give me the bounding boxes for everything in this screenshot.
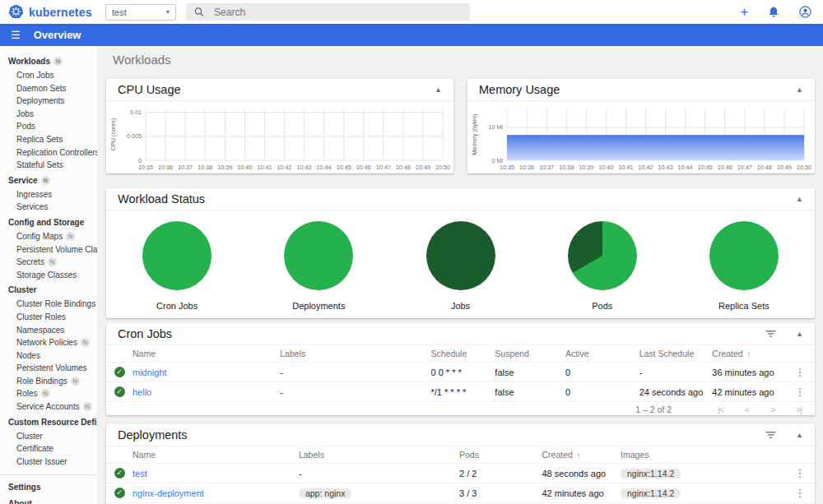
sidebar-item-network-policies[interactable]: Network PoliciesN — [0, 336, 97, 349]
pie-chart[interactable] — [284, 221, 353, 290]
cell-created[interactable]: 42 minutes ago — [712, 387, 774, 397]
status-ok-icon: ✓ — [114, 386, 125, 397]
sort-ascending-icon: ↑ — [747, 350, 751, 358]
row-menu-kebab-icon[interactable]: ⋮ — [785, 467, 815, 479]
column-header-active[interactable]: Active — [565, 349, 639, 358]
cell-created[interactable]: 42 minutes ago — [542, 488, 603, 498]
sidebar-item-pods[interactable]: Pods — [0, 120, 97, 133]
filter-icon[interactable] — [765, 431, 776, 439]
create-resource-button[interactable]: + — [741, 6, 748, 19]
last-page-icon[interactable]: >| — [796, 405, 802, 414]
sidebar-item-replica-sets[interactable]: Replica Sets — [0, 133, 97, 146]
sidebar-item-nodes[interactable]: Nodes — [0, 349, 97, 363]
cell-last-schedule[interactable]: 24 seconds ago — [639, 387, 704, 397]
svg-text:10:43: 10:43 — [658, 164, 673, 171]
page-title: Overview — [34, 29, 81, 41]
next-page-icon[interactable]: > — [770, 405, 774, 414]
pie-chart[interactable] — [709, 221, 779, 290]
menu-hamburger-icon[interactable]: ☰ — [11, 29, 21, 41]
sidebar-item-cluster-roles[interactable]: Cluster Roles — [0, 311, 97, 324]
filter-icon[interactable] — [765, 330, 776, 338]
collapse-caret-icon[interactable]: ▲ — [796, 330, 803, 338]
cell-name[interactable]: nginx-deployment — [133, 488, 204, 498]
sidebar-item-jobs[interactable]: Jobs — [0, 108, 97, 121]
pie-label: Jobs — [451, 301, 470, 311]
sidebar-item-cluster[interactable]: Cluster — [0, 430, 97, 443]
column-header-created[interactable]: Created↑ — [712, 349, 785, 358]
sidebar-item-services[interactable]: Services — [0, 201, 97, 214]
memory-usage-chart: 10:3510:3610:3710:3810:3910:4010:4110:42… — [469, 103, 811, 172]
pie-chart[interactable] — [142, 221, 212, 290]
pie-chart[interactable] — [426, 221, 495, 290]
column-header-schedule[interactable]: Schedule — [431, 349, 495, 358]
column-header-last-schedule[interactable]: Last Schedule — [639, 349, 713, 358]
column-header-name[interactable]: Name — [133, 349, 280, 358]
cell-active: 0 — [565, 368, 570, 377]
sidebar-section-about[interactable]: About — [0, 495, 97, 504]
row-menu-kebab-icon[interactable]: ⋮ — [785, 487, 815, 499]
column-header-images[interactable]: Images — [621, 450, 785, 460]
sidebar-section-config-and-storage[interactable]: Config and Storage — [0, 214, 97, 230]
sidebar-item-roles[interactable]: RolesN — [0, 387, 97, 400]
collapse-caret-icon[interactable]: ▲ — [796, 431, 803, 439]
cell-name[interactable]: test — [133, 469, 147, 479]
sidebar-item-cluster-role-bindings[interactable]: Cluster Role Bindings — [0, 298, 97, 311]
search-bar[interactable] — [186, 3, 470, 21]
namespaced-badge: N — [81, 338, 90, 347]
sidebar-section-custom-resource-definitions[interactable]: Custom Resource Definitions — [0, 414, 97, 430]
row-menu-kebab-icon[interactable]: ⋮ — [785, 386, 815, 398]
cell-name[interactable]: midnight — [133, 368, 167, 377]
notifications-bell-icon[interactable] — [768, 6, 779, 18]
svg-text:10:42: 10:42 — [277, 164, 291, 171]
cell-created[interactable]: 48 seconds ago — [542, 469, 606, 479]
collapse-caret-icon[interactable]: ▲ — [435, 86, 442, 94]
sidebar-section-cluster[interactable]: Cluster — [0, 281, 97, 298]
column-header-labels[interactable]: Labels — [299, 450, 459, 460]
first-page-icon[interactable]: |< — [718, 405, 723, 414]
sidebar-item-label: Network Policies — [16, 338, 77, 347]
kubernetes-logo[interactable]: kubernetes — [8, 4, 97, 20]
sidebar-item-label: Daemon Sets — [16, 84, 67, 93]
table-header-row: NameLabelsScheduleSuspendActiveLast Sche… — [106, 345, 815, 363]
sidebar-item-daemon-sets[interactable]: Daemon Sets — [0, 82, 97, 95]
sidebar-item-ingresses[interactable]: Ingresses — [0, 188, 97, 201]
sidebar-item-role-bindings[interactable]: Role BindingsN — [0, 375, 97, 388]
row-menu-kebab-icon[interactable]: ⋮ — [785, 366, 815, 378]
sidebar-item-certificate[interactable]: Certificate — [0, 442, 97, 455]
pie-chart[interactable] — [568, 221, 637, 290]
column-header-name[interactable]: Name — [133, 450, 299, 460]
sidebar-section-service[interactable]: ServiceN — [0, 172, 97, 188]
table-row: ✓hello-*/1 * * * *false024 seconds ago42… — [106, 382, 815, 402]
sidebar-item-service-accounts[interactable]: Service AccountsN — [0, 400, 97, 414]
column-header-created[interactable]: Created↑ — [542, 450, 621, 460]
sidebar-item-secrets[interactable]: SecretsN — [0, 256, 97, 269]
svg-text:10:48: 10:48 — [757, 164, 772, 171]
cell-last-schedule[interactable]: - — [639, 368, 643, 377]
sidebar-item-cron-jobs[interactable]: Cron Jobs — [0, 69, 97, 82]
namespace-selector[interactable]: test ▾ — [105, 4, 176, 21]
sidebar-item-storage-classes[interactable]: Storage Classes — [0, 269, 97, 282]
sidebar-section-settings[interactable]: Settings — [0, 479, 97, 495]
sidebar-section-workloads[interactable]: WorkloadsN — [0, 53, 97, 69]
sidebar-item-deployments[interactable]: Deployments — [0, 95, 97, 108]
deployments-table: NameLabelsPodsCreated↑Images✓test-2 / 24… — [106, 446, 815, 503]
sidebar-item-config-maps[interactable]: Config MapsN — [0, 230, 97, 243]
cell-created[interactable]: 36 minutes ago — [712, 368, 774, 377]
cell-pods: 3 / 3 — [459, 488, 477, 498]
sidebar-item-persistent-volumes[interactable]: Persistent Volumes — [0, 362, 97, 375]
column-header-labels[interactable]: Labels — [280, 349, 430, 358]
collapse-caret-icon[interactable]: ▲ — [796, 195, 803, 203]
previous-page-icon[interactable]: < — [745, 405, 749, 414]
sidebar-item-namespaces[interactable]: Namespaces — [0, 324, 97, 337]
sidebar-item-cluster-issuer[interactable]: Cluster Issuer — [0, 455, 97, 469]
search-input[interactable] — [214, 7, 462, 18]
svg-text:0.01: 0.01 — [130, 109, 142, 116]
column-header-pods[interactable]: Pods — [459, 450, 542, 460]
sidebar-item-persistent-volume-claims[interactable]: Persistent Volume ClaimsN — [0, 243, 97, 257]
cell-name[interactable]: hello — [133, 387, 151, 397]
user-account-icon[interactable] — [799, 6, 811, 18]
sidebar-item-stateful-sets[interactable]: Stateful Sets — [0, 159, 97, 172]
sidebar-item-replication-controllers[interactable]: Replication Controllers — [0, 146, 97, 160]
column-header-suspend[interactable]: Suspend — [495, 349, 565, 358]
collapse-caret-icon[interactable]: ▲ — [796, 86, 803, 94]
